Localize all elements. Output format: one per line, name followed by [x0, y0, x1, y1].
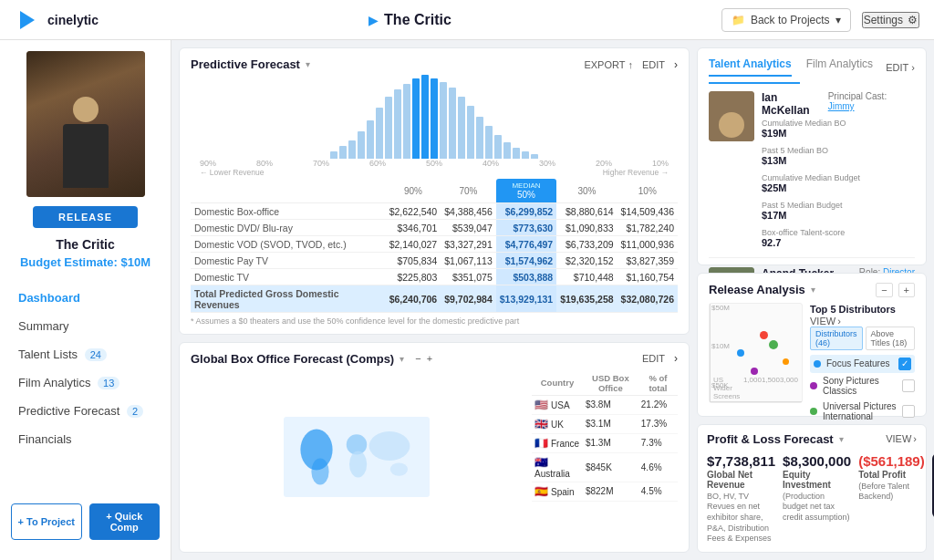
global-minus-btn[interactable]: − [415, 353, 420, 364]
release-minus-btn[interactable]: − [876, 283, 892, 297]
forecast-table-row: Domestic VOD (SVOD, TVOD, etc.)$2,140,02… [191, 236, 678, 253]
bell-bar [367, 120, 374, 159]
bell-bar [339, 146, 347, 159]
add-to-project-button[interactable]: + To Project [11, 503, 82, 540]
talent-avatar [709, 91, 754, 141]
forecast-cell: $1,067,113 [441, 253, 496, 269]
distributor-dot [814, 360, 821, 368]
sidebar-item-summary[interactable]: Summary [0, 312, 171, 340]
distributor-checkbox[interactable] [902, 379, 915, 392]
forecast-cell: $11,000,936 [617, 236, 678, 253]
forecast-edit-button[interactable]: EDIT [642, 59, 665, 70]
distributor-checkbox[interactable] [902, 405, 915, 418]
scatter-y-labels: $50M $10M $50K [711, 304, 730, 389]
dist-tab-above[interactable]: Above Titles (18) [866, 327, 915, 350]
pl-view-button[interactable]: VIEW › [886, 433, 917, 444]
pl-title-row: Profit & Loss Forecast ▾ [707, 432, 844, 446]
forecast-cell: Domestic DVD/ Blu-ray [191, 220, 386, 236]
talent-tab-underline [709, 82, 800, 84]
global-actions: EDIT › [642, 352, 678, 365]
pl-values: $7,738,811 Global Net Revenue BO, HV, TV… [707, 453, 917, 544]
talent-stat: Cumulative Median BO $19M [762, 119, 846, 139]
header-left: cinelytic [15, 7, 99, 33]
header-title: The Critic [384, 12, 451, 28]
forecast-actions: EXPORT ↑ EDIT › [584, 58, 678, 71]
quick-comp-button[interactable]: + Quick Comp [89, 503, 161, 540]
forecast-cell: $14,509,436 [617, 203, 678, 220]
global-content: Country USD Box Office % of total 🇺🇸USA … [191, 371, 678, 543]
pl-item-profit: ($561,189) Total Profit (Before Talent B… [858, 453, 925, 503]
distributor-item: Focus Features ✓ [810, 355, 915, 373]
talent-stat-value: $25M [762, 182, 860, 193]
global-edit-button[interactable]: EDIT [642, 353, 665, 364]
scatter-dot-4 [783, 358, 789, 365]
forecast-cell: $710,448 [556, 269, 617, 285]
bell-bar [376, 108, 383, 159]
global-plus-btn[interactable]: + [427, 353, 432, 364]
forecast-table-row: Domestic DVD/ Blu-ray$346,701$539,047$77… [191, 220, 678, 236]
pl-revenue-label: Global Net Revenue [707, 470, 775, 490]
talent-stat-value: $19M [762, 128, 846, 139]
country-box-office: $1.3M [583, 433, 638, 452]
sidebar-movie-title: The Critic [0, 237, 171, 252]
back-to-projects-button[interactable]: 📁 Back to Projects ▾ [721, 8, 851, 32]
forecast-cell: Domestic VOD (SVOD, TVOD, etc.) [191, 236, 386, 253]
talent-name: Ian McKellan [762, 91, 828, 117]
distributor-name: Sony Pictures Classics [823, 376, 897, 396]
distributor-checkbox[interactable]: ✓ [898, 358, 911, 370]
pl-equity-sublabel: (Production budget net tax credit assump… [783, 492, 851, 524]
pl-header: Profit & Loss Forecast ▾ VIEW › [707, 432, 917, 446]
forecast-table-row: Domestic TV$225,803$351,075$503,888$710,… [191, 269, 678, 285]
forecast-title: Predictive Forecast [191, 57, 300, 71]
top5-view-button[interactable]: VIEW › [810, 316, 915, 327]
country-box-office: $3.1M [583, 414, 638, 433]
talent-stat: Cumulative Median Budget $25M [762, 173, 860, 193]
pl-view-chevron: › [913, 433, 917, 444]
sidebar-item-talent-lists[interactable]: Talent Lists 24 [0, 340, 171, 368]
bell-bar [421, 75, 429, 159]
sidebar-item-financials[interactable]: Financials [0, 425, 171, 453]
release-plus-btn[interactable]: + [898, 283, 915, 297]
top5-title: Top 5 Distributors [810, 304, 896, 315]
forecast-table: 90% 70% MEDIAN 50% 30% 10% Domestic Box-… [191, 179, 678, 313]
settings-button[interactable]: Settings ⚙ [862, 12, 919, 28]
export-button[interactable]: EXPORT ↑ [584, 59, 633, 70]
forecast-cell: Domestic TV [191, 269, 386, 285]
bell-bar [513, 148, 520, 159]
play-icon: ▶ [368, 13, 379, 27]
pl-title: Profit & Loss Forecast [707, 432, 834, 446]
tab-talent-analytics[interactable]: Talent Analytics [709, 57, 792, 77]
main-layout: RELEASE The Critic Budget Estimate: $10M… [0, 40, 934, 560]
tab-film-analytics[interactable]: Film Analytics [806, 57, 873, 77]
country-pct: 4.5% [638, 482, 678, 501]
distributor-item: Universal Pictures International [810, 399, 915, 424]
forecast-cell: $13,929,131 [496, 285, 556, 313]
country-row: 🇫🇷France $1.3M 7.3% [532, 433, 678, 452]
forecast-cell: $3,827,359 [617, 253, 678, 269]
pl-forecast-panel: Profit & Loss Forecast ▾ VIEW › $7,738,8… [697, 424, 927, 553]
talent-edit-button[interactable]: EDIT › [886, 62, 915, 73]
forecast-cell: $4,776,497 [496, 236, 556, 253]
dist-tab-all[interactable]: Distributors (46) [810, 327, 863, 350]
release-button[interactable]: RELEASE [33, 206, 138, 228]
country-row: 🇦🇺Australia $845K 4.6% [532, 452, 678, 482]
pl-item-revenue: $7,738,811 Global Net Revenue BO, HV, TV… [707, 453, 775, 544]
country-box-office: $3.8M [583, 395, 638, 414]
bell-bar [503, 142, 511, 159]
world-map-svg [284, 416, 430, 498]
bell-bar [348, 140, 356, 159]
gear-icon: ⚙ [908, 14, 918, 26]
chart-axis: 90% 80% 70% 60% 50% 40% 30% 20% 10% [191, 159, 678, 168]
talent-role-link[interactable]: Jimmy [828, 101, 855, 111]
talent-stat-label: Past 5 Median Budget [762, 201, 843, 210]
sidebar-item-predictive-forecast[interactable]: Predictive Forecast 2 [0, 397, 171, 425]
sidebar-item-film-analytics[interactable]: Film Analytics 13 [0, 368, 171, 397]
top5-view-chevron: › [837, 316, 841, 327]
bell-curve-chart [191, 77, 678, 159]
forecast-cell: $2,140,027 [386, 236, 441, 253]
sidebar-item-dashboard[interactable]: Dashboard [0, 284, 171, 312]
bell-bar [403, 84, 410, 159]
talent-stat-label: Box-office Talent-score [762, 228, 845, 237]
bell-bar [458, 97, 465, 159]
release-controls: − + [876, 283, 915, 297]
